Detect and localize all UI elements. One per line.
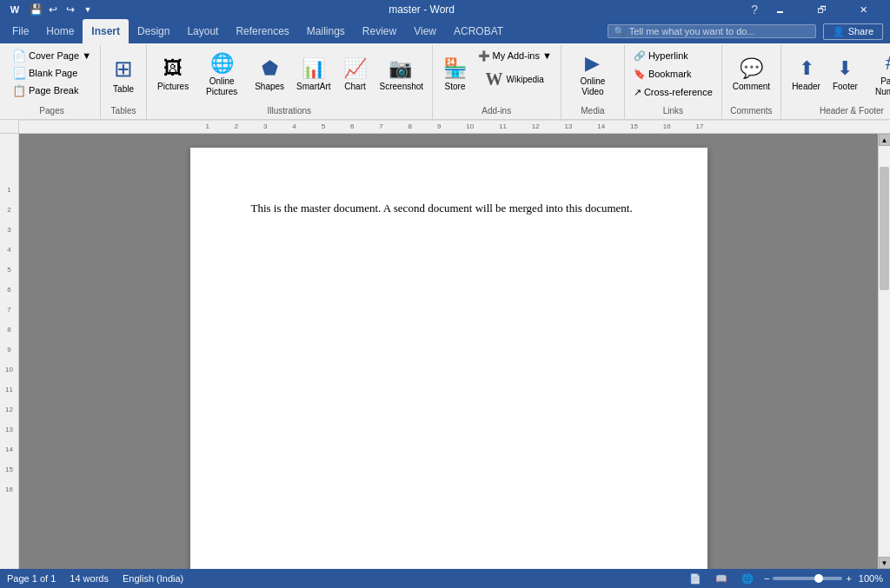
zoom-percent[interactable]: 100%: [859, 573, 883, 584]
ribbon-group-comments: 💬 Comment Comments: [722, 45, 781, 119]
media-items: ▶ Online Video: [567, 47, 619, 104]
ribbon-group-addins: 🏪 Store ➕ My Add-ins ▼ W Wikipedia Add-i…: [433, 45, 561, 119]
word-logo: W: [7, 2, 23, 17]
addins-items: 🏪 Store ➕ My Add-ins ▼ W Wikipedia: [438, 47, 555, 104]
vertical-ruler: 12345678910111213141516: [0, 134, 19, 569]
close-button[interactable]: ✕: [843, 0, 883, 19]
horizontal-ruler: /* SVG ruler lines generated below */ 12…: [19, 120, 890, 134]
table-button[interactable]: ⊞ Table: [106, 47, 141, 102]
page-info: Page 1 of 1: [7, 573, 56, 584]
scroll-down[interactable]: ▼: [879, 557, 891, 569]
save-button[interactable]: 💾: [28, 2, 43, 17]
zoom-in[interactable]: +: [846, 573, 851, 584]
tab-mailings[interactable]: Mailings: [298, 19, 354, 43]
header-footer-label: Header & Footer: [820, 104, 884, 117]
comment-icon: 💬: [740, 57, 763, 80]
tab-review[interactable]: Review: [354, 19, 405, 43]
blank-page-button[interactable]: 📃 Blank Page: [9, 64, 95, 82]
zoom-track[interactable]: [773, 577, 842, 580]
corner-ruler: [0, 120, 19, 134]
ribbon-group-media: ▶ Online Video Media: [561, 45, 625, 119]
pictures-button[interactable]: 🖼 Pictures: [152, 47, 194, 102]
store-button[interactable]: 🏪 Store: [438, 47, 473, 102]
footer-icon: ⬇: [837, 57, 853, 80]
screenshot-button[interactable]: 📷 Screenshot: [375, 47, 427, 102]
main-area: 12345678910111213141516 This is the mast…: [0, 134, 890, 569]
share-button[interactable]: 👤 Share: [823, 23, 883, 40]
comment-button[interactable]: 💬 Comment: [727, 47, 775, 102]
online-video-icon: ▶: [585, 52, 600, 75]
view-read[interactable]: 📖: [712, 572, 731, 585]
zoom-out[interactable]: −: [764, 573, 769, 584]
header-footer-items: ⬆ Header ⬇ Footer # Page Number: [787, 47, 890, 104]
tables-items: ⊞ Table: [106, 47, 141, 104]
smartart-icon: 📊: [302, 57, 325, 80]
tab-acrobat[interactable]: ACROBAT: [445, 19, 512, 43]
maximize-button[interactable]: 🗗: [801, 0, 841, 19]
status-bar: Page 1 of 1 14 words English (India) 📄 📖…: [0, 569, 890, 588]
title-bar-left: W 💾 ↩ ↪ ▼: [7, 2, 96, 17]
quick-access-more[interactable]: ▼: [80, 2, 96, 17]
footer-button[interactable]: ⬇ Footer: [827, 47, 863, 102]
tab-home[interactable]: Home: [37, 19, 83, 43]
tab-references[interactable]: References: [227, 19, 297, 43]
ribbon-group-header-footer: ⬆ Header ⬇ Footer # Page Number Header &…: [781, 45, 890, 119]
share-icon: 👤: [833, 26, 845, 37]
my-addins-icon: ➕: [478, 50, 490, 62]
ribbon-group-pages: 📄 Cover Page ▼ 📃 Blank Page 📋 Page Break…: [3, 45, 101, 119]
header-button[interactable]: ⬆ Header: [787, 47, 826, 102]
screenshot-icon: 📷: [389, 57, 412, 80]
illustrations-items: 🖼 Pictures 🌐 Online Pictures ⬟ Shapes 📊 …: [152, 47, 427, 104]
tab-view[interactable]: View: [405, 19, 445, 43]
minimize-button[interactable]: 🗕: [760, 0, 800, 19]
document-page: This is the master document. A second do…: [190, 148, 707, 569]
view-print[interactable]: 📄: [686, 572, 705, 585]
bookmark-button[interactable]: 🔖 Bookmark: [630, 65, 716, 83]
document-area: This is the master document. A second do…: [19, 134, 878, 569]
wikipedia-button[interactable]: W Wikipedia: [475, 66, 555, 93]
ribbon-group-tables: ⊞ Table Tables: [101, 45, 147, 119]
ruler-area: /* SVG ruler lines generated below */ 12…: [0, 120, 890, 134]
tab-design[interactable]: Design: [129, 19, 178, 43]
tab-file[interactable]: File: [3, 19, 37, 43]
hyperlink-button[interactable]: 🔗 Hyperlink: [630, 47, 716, 64]
view-web[interactable]: 🌐: [738, 572, 757, 585]
blank-page-icon: 📃: [12, 67, 26, 80]
language: English (India): [123, 573, 183, 584]
redo-button[interactable]: ↪: [63, 2, 78, 17]
chart-icon: 📈: [343, 57, 367, 80]
tab-layout[interactable]: Layout: [178, 19, 227, 43]
table-icon: ⊞: [114, 56, 133, 83]
help-button[interactable]: ?: [751, 3, 758, 17]
page-number-button[interactable]: # Page Number: [865, 47, 890, 102]
online-video-button[interactable]: ▶ Online Video: [567, 47, 619, 102]
quick-access-toolbar: 💾 ↩ ↪ ▼: [28, 2, 96, 17]
cross-reference-button[interactable]: ↗ Cross-reference: [630, 83, 716, 101]
chart-button[interactable]: 📈 Chart: [338, 47, 373, 102]
page-break-button[interactable]: 📋 Page Break: [9, 82, 95, 99]
my-addins-button[interactable]: ➕ My Add-ins ▼: [475, 47, 555, 64]
smartart-button[interactable]: 📊 SmartArt: [291, 47, 335, 102]
tell-me-box[interactable]: 🔍 Tell me what you want to do...: [608, 24, 816, 38]
scroll-up[interactable]: ▲: [879, 134, 891, 146]
scroll-thumb[interactable]: [880, 167, 889, 290]
zoom-thumb[interactable]: [814, 574, 823, 583]
online-pictures-button[interactable]: 🌐 Online Pictures: [196, 47, 248, 102]
cover-page-button[interactable]: 📄 Cover Page ▼: [9, 47, 95, 64]
page-break-icon: 📋: [12, 84, 26, 97]
shapes-button[interactable]: ⬟ Shapes: [249, 47, 289, 102]
vertical-scrollbar[interactable]: ▲ ▼: [878, 134, 890, 569]
word-count: 14 words: [70, 573, 109, 584]
pages-label: Pages: [39, 104, 63, 117]
title-bar: W 💾 ↩ ↪ ▼ master - Word ? 🗕 🗗 ✕: [0, 0, 890, 19]
cross-reference-icon: ↗: [634, 87, 641, 98]
ribbon-group-illustrations: 🖼 Pictures 🌐 Online Pictures ⬟ Shapes 📊 …: [147, 45, 433, 119]
ribbon-group-links: 🔗 Hyperlink 🔖 Bookmark ↗ Cross-reference…: [625, 45, 722, 119]
pictures-icon: 🖼: [163, 57, 183, 80]
store-icon: 🏪: [443, 57, 467, 80]
comments-items: 💬 Comment: [727, 47, 775, 104]
links-label: Links: [663, 104, 683, 117]
search-placeholder: Tell me what you want to do...: [629, 26, 755, 36]
undo-button[interactable]: ↩: [45, 2, 61, 17]
tab-insert[interactable]: Insert: [83, 19, 129, 43]
